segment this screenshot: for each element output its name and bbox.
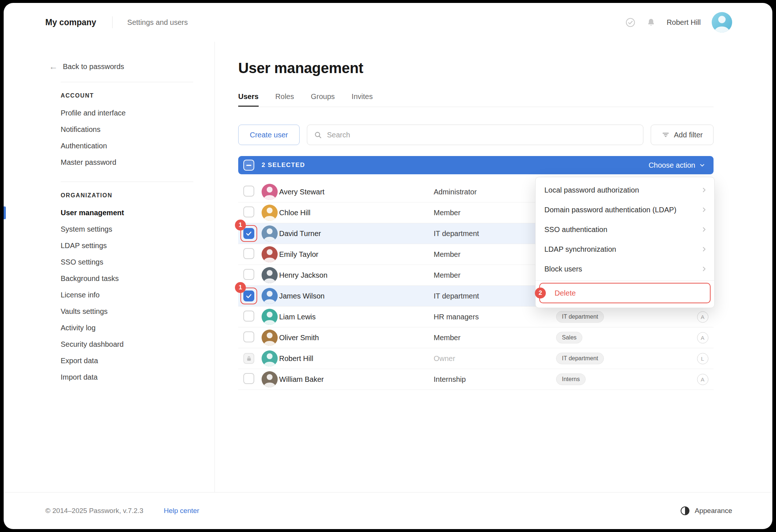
sidebar-item-ldap-settings[interactable]: LDAP settings bbox=[4, 238, 214, 254]
row-checkbox[interactable] bbox=[243, 373, 254, 384]
choose-action-button[interactable]: Choose action bbox=[648, 161, 705, 170]
sidebar-item-sso-settings[interactable]: SSO settings bbox=[4, 254, 214, 270]
content-area: ← Back to passwords ACCOUNTProfile and i… bbox=[4, 42, 772, 493]
checkbox-cell bbox=[238, 186, 258, 198]
topbar: My company Settings and users Robert Hil… bbox=[4, 3, 772, 42]
menu-item-block-users[interactable]: Block users bbox=[536, 259, 714, 279]
checkbox-cell bbox=[238, 269, 258, 281]
menu-item-delete[interactable]: Delete bbox=[555, 289, 576, 297]
tab-roles[interactable]: Roles bbox=[275, 92, 294, 107]
sidebar-item-master-password[interactable]: Master password bbox=[4, 154, 214, 171]
menu-item-local-password-authorization[interactable]: Local password authorization bbox=[536, 180, 714, 200]
sidebar-item-user-management[interactable]: User management bbox=[4, 205, 214, 221]
avatar-cell bbox=[258, 288, 279, 304]
avatar-person-icon bbox=[262, 288, 278, 304]
auth-type-badge: A bbox=[697, 311, 708, 323]
row-checkbox[interactable] bbox=[243, 311, 254, 322]
search-input[interactable] bbox=[326, 130, 636, 140]
topbar-user-name[interactable]: Robert Hill bbox=[667, 18, 701, 27]
sidebar-nav: ACCOUNTProfile and interfaceNotification… bbox=[4, 82, 214, 385]
checkbox-cell: 1 bbox=[238, 290, 258, 301]
sidebar-item-vaults-settings[interactable]: Vaults settings bbox=[4, 303, 214, 320]
menu-item-domain-password-authentication-ldap[interactable]: Domain password authentication (LDAP) bbox=[536, 200, 714, 220]
sidebar-item-security-dashboard[interactable]: Security dashboard bbox=[4, 336, 214, 353]
menu-item-label: SSO authentication bbox=[544, 225, 607, 234]
row-checkbox[interactable] bbox=[243, 290, 254, 301]
tab-invites[interactable]: Invites bbox=[351, 92, 373, 107]
sidebar-item-profile-and-interface[interactable]: Profile and interface bbox=[4, 105, 214, 121]
menu-item-ldap-synchronization[interactable]: LDAP synchronization bbox=[536, 239, 714, 259]
menu-item-sso-authentication[interactable]: SSO authentication bbox=[536, 220, 714, 239]
select-all-checkbox[interactable] bbox=[243, 160, 254, 171]
table-row-oliver-smith[interactable]: Oliver SmithMemberSalesA bbox=[238, 327, 714, 348]
help-center-link[interactable]: Help center bbox=[164, 507, 199, 515]
sidebar-item-import-data[interactable]: Import data bbox=[4, 369, 214, 385]
user-name: David Turner bbox=[279, 229, 434, 238]
appearance-toggle[interactable]: Appearance bbox=[680, 506, 732, 516]
row-checkbox[interactable] bbox=[243, 269, 254, 280]
user-name: Emily Taylor bbox=[279, 250, 434, 259]
table-row-liam-lewis[interactable]: Liam LewisHR managersIT departmentA bbox=[238, 307, 714, 327]
footer: © 2014–2025 Passwork, v.7.2.3 Help cente… bbox=[4, 493, 772, 529]
tab-groups[interactable]: Groups bbox=[311, 92, 335, 107]
avatar-person-icon bbox=[262, 371, 278, 387]
row-checkbox[interactable] bbox=[243, 206, 254, 217]
avatar-cell bbox=[258, 267, 279, 283]
chevron-right-icon bbox=[700, 246, 708, 253]
create-user-button[interactable]: Create user bbox=[238, 125, 300, 145]
user-name: Chloe Hill bbox=[279, 209, 434, 217]
topbar-avatar[interactable] bbox=[712, 12, 732, 33]
avatar-person-icon bbox=[262, 330, 278, 346]
group-tag-cell: IT department bbox=[556, 353, 692, 364]
avatar-cell bbox=[258, 371, 279, 387]
avatar bbox=[262, 267, 278, 283]
main-panel: User management UsersRolesGroupsInvites … bbox=[215, 42, 772, 492]
sidebar-item-background-tasks[interactable]: Background tasks bbox=[4, 270, 214, 287]
row-checkbox[interactable] bbox=[243, 331, 254, 342]
avatar-cell bbox=[258, 225, 279, 242]
avatar-person-icon bbox=[262, 267, 278, 283]
tab-users[interactable]: Users bbox=[238, 92, 259, 107]
avatar-person-icon bbox=[262, 225, 278, 242]
menu-item-label: LDAP synchronization bbox=[544, 245, 616, 254]
table-row-robert-hill[interactable]: Robert HillOwnerIT departmentL bbox=[238, 348, 714, 369]
checkbox-cell bbox=[238, 248, 258, 261]
sidebar-item-license-info[interactable]: License info bbox=[4, 287, 214, 303]
group-tag: IT department bbox=[556, 311, 604, 323]
chevron-right-icon bbox=[700, 265, 708, 273]
add-filter-button[interactable]: Add filter bbox=[651, 125, 714, 145]
notifications-bell-icon[interactable] bbox=[646, 18, 656, 27]
actions-dropdown-menu: Local password authorizationDomain passw… bbox=[535, 177, 715, 308]
menu-item-label: Block users bbox=[544, 265, 582, 273]
chevron-right-icon bbox=[700, 226, 708, 233]
check-circle-icon[interactable] bbox=[625, 18, 635, 27]
row-checkbox[interactable] bbox=[243, 248, 254, 259]
sidebar-item-activity-log[interactable]: Activity log bbox=[4, 320, 214, 336]
avatar-cell bbox=[258, 309, 279, 325]
user-name: William Baker bbox=[279, 375, 434, 384]
sidebar-item-notifications[interactable]: Notifications bbox=[4, 121, 214, 138]
user-name: Avery Stewart bbox=[279, 188, 434, 196]
group-tag: Sales bbox=[556, 332, 582, 343]
sidebar-item-authentication[interactable]: Authentication bbox=[4, 138, 214, 154]
avatar bbox=[262, 371, 278, 387]
checkbox-cell: 1 bbox=[238, 228, 258, 239]
auth-type-cell: L bbox=[692, 353, 714, 364]
user-role: Internship bbox=[434, 375, 556, 384]
sidebar-item-export-data[interactable]: Export data bbox=[4, 353, 214, 369]
row-checkbox[interactable] bbox=[243, 228, 254, 239]
sidebar-item-system-settings[interactable]: System settings bbox=[4, 221, 214, 238]
topbar-right: Robert Hill bbox=[625, 12, 732, 33]
search-box[interactable] bbox=[307, 125, 643, 145]
back-to-passwords-link[interactable]: ← Back to passwords bbox=[4, 62, 214, 71]
row-checkbox[interactable] bbox=[243, 186, 254, 197]
avatar bbox=[262, 288, 278, 304]
checkbox-cell bbox=[238, 206, 258, 219]
avatar-cell bbox=[258, 350, 279, 366]
group-tag-cell: Sales bbox=[556, 332, 692, 343]
table-row-william-baker[interactable]: William BakerInternshipInternsA bbox=[238, 369, 714, 390]
avatar bbox=[262, 225, 278, 242]
group-tag-cell: Interns bbox=[556, 373, 692, 385]
back-label: Back to passwords bbox=[63, 62, 124, 71]
page-title: User management bbox=[238, 60, 714, 76]
